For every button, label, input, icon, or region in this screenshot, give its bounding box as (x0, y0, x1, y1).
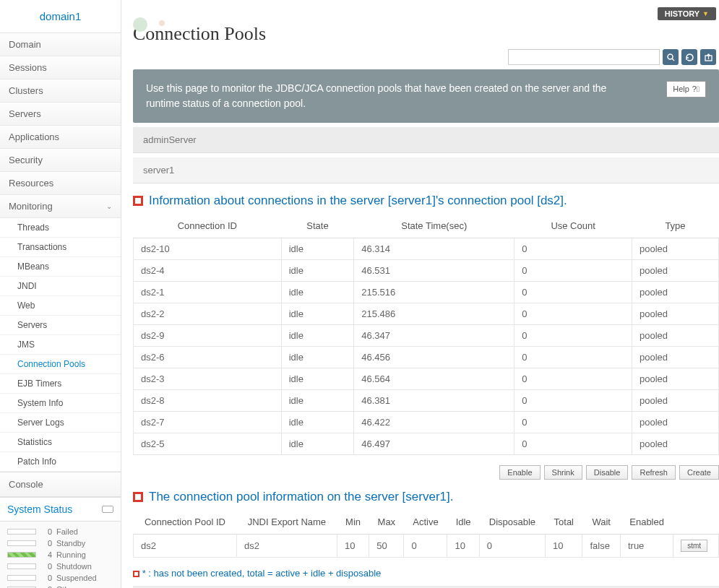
sidebar-item-threads[interactable]: Threads (0, 218, 121, 238)
sidebar-item-patch-info[interactable]: Patch Info (0, 452, 121, 472)
cell-id: ds2-1 (134, 282, 282, 303)
column-header[interactable]: Total (546, 510, 582, 535)
section2-title: The connection pool information on the s… (133, 490, 719, 504)
column-header[interactable]: Max (369, 510, 404, 535)
export-icon[interactable] (700, 49, 716, 65)
table-row[interactable]: ds2-7idle46.4220pooled (134, 412, 719, 433)
nav-console[interactable]: Console (0, 472, 121, 497)
nav-item-resources[interactable]: Resources (0, 172, 121, 195)
search-icon[interactable] (663, 49, 679, 65)
sidebar-item-connection-pools[interactable]: Connection Pools (0, 355, 121, 374)
info-banner: Use this page to monitor the JDBC/JCA co… (133, 69, 719, 123)
cell-count: 0 (515, 390, 632, 412)
cell-disposable: 0 (479, 535, 545, 558)
refresh-icon[interactable] (681, 49, 697, 65)
sidebar-item-mbeans[interactable]: MBeans (0, 257, 121, 277)
cell-type: pooled (632, 368, 718, 390)
cell-idle: 10 (447, 535, 479, 558)
status-bar-icon (7, 563, 36, 569)
help-button[interactable]: Help ?⃣ (666, 81, 706, 98)
column-header[interactable]: Enabled (620, 510, 673, 535)
cell-id: ds2 (134, 535, 237, 558)
table-row[interactable]: ds2-2idle215.4860pooled (134, 303, 719, 325)
sidebar-item-web[interactable]: Web (0, 296, 121, 316)
column-header[interactable] (673, 510, 719, 535)
cell-time: 46.531 (354, 260, 515, 282)
table-row[interactable]: ds2-3idle46.5640pooled (134, 368, 719, 390)
footnote: * : has not been created, total = active… (133, 568, 719, 579)
server-row[interactable]: adminServer (133, 127, 719, 153)
cell-id: ds2-3 (134, 368, 282, 390)
nav-item-servers[interactable]: Servers (0, 103, 121, 126)
cell-count: 0 (515, 368, 632, 390)
status-row: 0Suspended (7, 572, 113, 584)
nav-item-sessions[interactable]: Sessions (0, 56, 121, 79)
cell-state: idle (281, 325, 354, 347)
domain-name[interactable]: domain1 (0, 0, 121, 33)
column-header[interactable]: Active (404, 510, 447, 535)
sidebar-item-jms[interactable]: JMS (0, 335, 121, 355)
connections-table: Connection IDStateState Time(sec)Use Cou… (133, 214, 719, 455)
sidebar-item-servers[interactable]: Servers (0, 316, 121, 335)
table-row[interactable]: ds2-10idle46.3140pooled (134, 238, 719, 260)
column-header[interactable]: JNDI Export Name (236, 510, 337, 535)
table-row[interactable]: ds2ds21050010010falsetruestmt (134, 535, 719, 558)
cell-time: 46.564 (354, 368, 515, 390)
search-input[interactable] (508, 49, 660, 65)
status-row: 0Shutdown (7, 561, 113, 572)
enable-button[interactable]: Enable (499, 465, 540, 480)
cell-min: 10 (337, 535, 369, 558)
column-header[interactable]: Type (632, 214, 718, 238)
table-row[interactable]: ds2-6idle46.4560pooled (134, 347, 719, 368)
create-button[interactable]: Create (679, 465, 719, 480)
nav-item-clusters[interactable]: Clusters (0, 79, 121, 103)
status-bar-icon (7, 552, 36, 558)
sidebar-item-system-info[interactable]: System Info (0, 394, 121, 413)
server-row[interactable]: server1 (133, 157, 719, 183)
column-header[interactable]: Min (337, 510, 369, 535)
disable-button[interactable]: Disable (586, 465, 629, 480)
table-row[interactable]: ds2-8idle46.3810pooled (134, 390, 719, 412)
cell-time: 46.314 (354, 238, 515, 260)
help-icon: ?⃣ (692, 83, 699, 95)
history-button[interactable]: HISTORY ▼ (658, 7, 716, 20)
cell-state: idle (281, 368, 354, 390)
cell-state: idle (281, 412, 354, 433)
refresh-button[interactable]: Refresh (632, 465, 676, 480)
cell-active: 0 (404, 535, 447, 558)
column-header[interactable]: Connection Pool ID (134, 510, 237, 535)
cell-id: ds2-10 (134, 238, 282, 260)
column-header[interactable]: Connection ID (134, 214, 282, 238)
shrink-button[interactable]: Shrink (544, 465, 582, 480)
column-header[interactable]: Idle (447, 510, 479, 535)
table-row[interactable]: ds2-1idle215.5160pooled (134, 282, 719, 303)
sidebar-item-transactions[interactable]: Transactions (0, 238, 121, 257)
sidebar-item-server-logs[interactable]: Server Logs (0, 413, 121, 433)
cell-id: ds2-7 (134, 412, 282, 433)
status-count: 0 (42, 527, 52, 536)
sidebar-item-statistics[interactable]: Statistics (0, 433, 121, 452)
status-count: 0 (42, 574, 52, 582)
sidebar-item-jndi[interactable]: JNDI (0, 277, 121, 296)
column-header[interactable]: State (281, 214, 354, 238)
column-header[interactable]: Wait (582, 510, 620, 535)
square-icon (133, 196, 143, 206)
column-header[interactable]: State Time(sec) (354, 214, 515, 238)
status-count: 4 (42, 550, 52, 559)
nav-item-applications[interactable]: Applications (0, 126, 121, 149)
nav-monitoring[interactable]: Monitoring ⌄ (0, 195, 121, 218)
cell-count: 0 (515, 238, 632, 260)
chevron-down-icon: ▼ (702, 10, 709, 17)
nav-item-domain[interactable]: Domain (0, 33, 121, 56)
column-header[interactable]: Use Count (515, 214, 632, 238)
cell-type: pooled (632, 347, 718, 368)
table-row[interactable]: ds2-9idle46.3470pooled (134, 325, 719, 347)
table-row[interactable]: ds2-4idle46.5310pooled (134, 260, 719, 282)
sidebar-item-ejb-timers[interactable]: EJB Timers (0, 374, 121, 394)
column-header[interactable]: Disposable (479, 510, 545, 535)
nav-item-security[interactable]: Security (0, 149, 121, 172)
square-icon (133, 571, 139, 577)
stmt-button[interactable]: stmt (681, 540, 707, 552)
table-row[interactable]: ds2-5idle46.4970pooled (134, 433, 719, 455)
section1-title: Information about connections in the ser… (133, 194, 719, 208)
